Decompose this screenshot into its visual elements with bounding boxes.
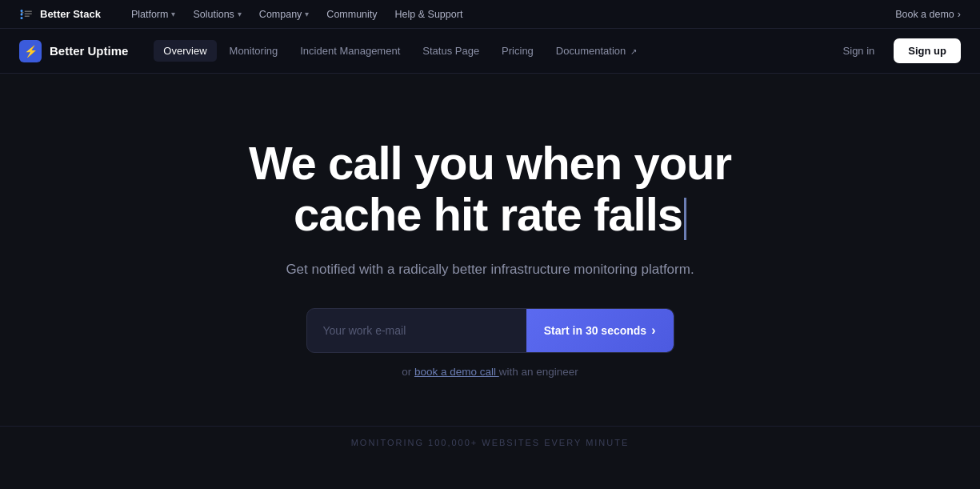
better-stack-logo[interactable]: Better Stack (19, 7, 101, 22)
sign-up-button[interactable]: Sign up (894, 38, 961, 63)
start-button[interactable]: Start in 30 seconds › (526, 309, 674, 352)
hero-subtext: Get notified with a radically better inf… (286, 259, 694, 280)
top-nav-community[interactable]: Community (318, 6, 385, 23)
arrow-right-icon: › (958, 9, 961, 20)
email-input[interactable] (307, 309, 526, 352)
top-nav: Platform ▾ Solutions ▾ Company ▾ Communi… (123, 6, 470, 23)
nav-overview[interactable]: Overview (154, 40, 216, 62)
svg-point-2 (21, 17, 23, 19)
second-bar-right: Sign in Sign up (834, 38, 961, 63)
book-demo-link[interactable]: book a demo call (414, 366, 499, 378)
nav-monitoring[interactable]: Monitoring (220, 40, 288, 62)
arrow-right-icon: › (651, 323, 655, 338)
text-cursor (684, 198, 686, 239)
top-bar-left: Better Stack Platform ▾ Solutions ▾ Comp… (19, 6, 470, 23)
nav-documentation[interactable]: Documentation ↗ (546, 40, 646, 62)
hero-section: We call you when your cache hit rate fal… (0, 74, 980, 426)
book-demo-button[interactable]: Book a demo › (895, 9, 961, 20)
second-bar-left: ⚡ Better Uptime Overview Monitoring Inci… (19, 40, 646, 62)
hero-headline: We call you when your cache hit rate fal… (249, 138, 731, 240)
top-nav-solutions[interactable]: Solutions ▾ (185, 6, 249, 23)
demo-link-text: or book a demo call with an engineer (402, 366, 578, 378)
svg-point-1 (21, 13, 23, 15)
chevron-down-icon: ▾ (171, 10, 175, 18)
external-link-icon: ↗ (630, 47, 637, 56)
top-nav-platform[interactable]: Platform ▾ (123, 6, 184, 23)
top-nav-company[interactable]: Company ▾ (251, 6, 318, 23)
top-navigation-bar: Better Stack Platform ▾ Solutions ▾ Comp… (0, 0, 980, 29)
chevron-down-icon: ▾ (238, 10, 242, 18)
chevron-down-icon: ▾ (305, 10, 309, 18)
svg-point-0 (21, 10, 23, 12)
top-nav-help-support[interactable]: Help & Support (387, 6, 471, 23)
better-uptime-logo[interactable]: ⚡ Better Uptime (19, 40, 128, 62)
email-signup-form: Start in 30 seconds › (306, 308, 674, 353)
nav-status-page[interactable]: Status Page (413, 40, 489, 62)
monitoring-label: MONITORING 100,000+ WEBSITES EVERY MINUT… (0, 426, 980, 459)
lightning-icon: ⚡ (19, 40, 42, 62)
nav-pricing[interactable]: Pricing (492, 40, 543, 62)
nav-incident-management[interactable]: Incident Management (290, 40, 410, 62)
better-stack-icon (19, 7, 34, 22)
product-navigation-bar: ⚡ Better Uptime Overview Monitoring Inci… (0, 29, 980, 74)
product-nav: Overview Monitoring Incident Management … (154, 40, 646, 62)
sign-in-button[interactable]: Sign in (834, 40, 885, 62)
